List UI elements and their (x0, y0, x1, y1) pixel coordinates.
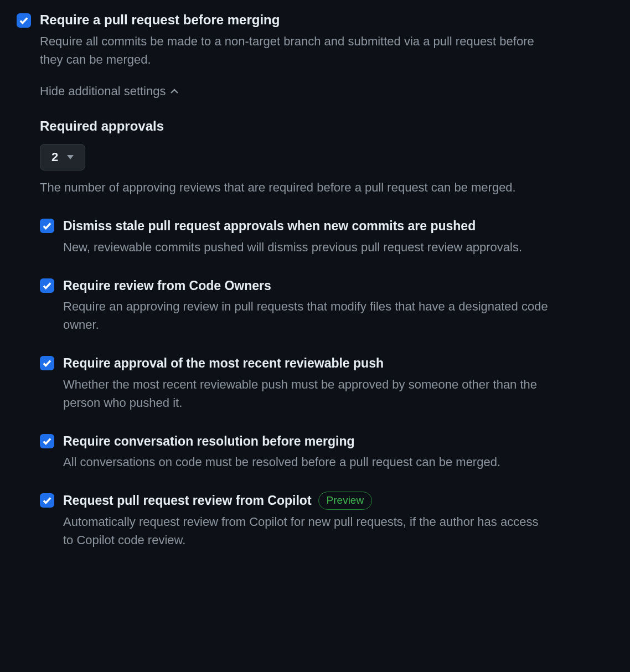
dismiss-stale-description: New, reviewable commits pushed will dism… (63, 238, 550, 256)
check-icon (42, 281, 52, 291)
toggle-label: Hide additional settings (40, 84, 166, 99)
required-approvals-dropdown[interactable]: 2 (40, 144, 85, 170)
copilot-review-setting: Request pull request review from Copilot… (40, 491, 613, 549)
conversation-resolution-setting: Require conversation resolution before m… (40, 432, 613, 472)
require-pr-checkbox[interactable] (17, 13, 31, 28)
code-owners-checkbox[interactable] (40, 278, 54, 293)
required-approvals-description: The number of approving reviews that are… (40, 178, 538, 197)
check-icon (42, 436, 52, 446)
recent-push-setting: Require approval of the most recent revi… (40, 354, 613, 412)
toggle-additional-settings[interactable]: Hide additional settings (40, 84, 179, 99)
svg-marker-0 (67, 155, 74, 159)
require-pr-title: Require a pull request before merging (40, 11, 613, 29)
check-icon (42, 495, 52, 505)
dismiss-stale-title: Dismiss stale pull request approvals whe… (63, 216, 476, 236)
copilot-review-description: Automatically request review from Copilo… (63, 513, 550, 549)
require-pr-description: Require all commits be made to a non-tar… (40, 32, 538, 69)
check-icon (42, 358, 52, 368)
dismiss-stale-setting: Dismiss stale pull request approvals whe… (40, 216, 613, 256)
recent-push-description: Whether the most recent reviewable push … (63, 375, 550, 412)
sub-settings-list: Dismiss stale pull request approvals whe… (40, 216, 613, 549)
check-icon (42, 221, 52, 231)
copilot-review-checkbox[interactable] (40, 493, 54, 508)
conversation-resolution-description: All conversations on code must be resolv… (63, 453, 550, 471)
code-owners-setting: Require review from Code Owners Require … (40, 276, 613, 334)
copilot-review-title: Request pull request review from Copilot (63, 491, 312, 510)
code-owners-description: Require an approving review in pull requ… (63, 297, 550, 334)
dismiss-stale-checkbox[interactable] (40, 219, 54, 233)
recent-push-title: Require approval of the most recent revi… (63, 354, 384, 373)
conversation-resolution-title: Require conversation resolution before m… (63, 432, 355, 451)
chevron-up-icon (170, 87, 179, 96)
check-icon (19, 15, 29, 25)
required-approvals-value: 2 (51, 150, 58, 164)
recent-push-checkbox[interactable] (40, 356, 54, 370)
code-owners-title: Require review from Code Owners (63, 276, 271, 296)
conversation-resolution-checkbox[interactable] (40, 434, 54, 448)
required-approvals-heading: Required approvals (40, 118, 613, 134)
preview-badge: Preview (318, 492, 373, 510)
triangle-down-icon (67, 155, 74, 159)
